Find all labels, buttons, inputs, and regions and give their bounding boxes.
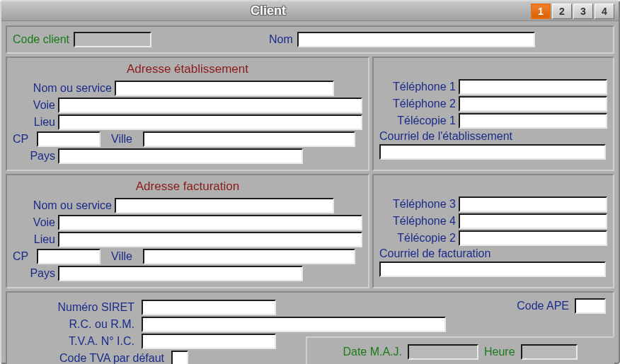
pays-etab-label: Pays (13, 150, 55, 163)
cp-etab-input[interactable] (37, 131, 101, 147)
fax1-input[interactable] (459, 113, 607, 129)
date-maj-box: Date M.A.J. Heure (306, 336, 614, 364)
tab-2[interactable]: 2 (552, 4, 572, 19)
tva-ic-label: T.V.A. N° I.C. (14, 335, 134, 348)
code-tva-input[interactable] (171, 351, 188, 364)
siret-input[interactable] (142, 300, 276, 315)
tel4-label: Téléphone 4 (379, 215, 456, 228)
panel-row-2: Adresse facturation Nom ou service Voie … (6, 174, 614, 288)
siret-label: Numéro SIRET (14, 301, 134, 314)
code-ape-group: Code APE (517, 298, 606, 314)
email-fact-input[interactable] (379, 262, 606, 277)
heure-label: Heure (484, 346, 515, 358)
code-ape-label: Code APE (517, 300, 569, 312)
email-etab-input[interactable] (379, 144, 606, 160)
ville-fact-label: Ville (103, 250, 140, 263)
nom-service-etab-label: Nom ou service (13, 82, 112, 95)
cp-fact-label: CP (13, 250, 34, 263)
nom-input[interactable] (297, 32, 535, 47)
tva-ic-input[interactable] (142, 334, 276, 349)
heure-input[interactable] (521, 344, 578, 360)
tel1-label: Téléphone 1 (379, 81, 456, 93)
lieu-etab-input[interactable] (58, 115, 362, 130)
pays-fact-label: Pays (13, 267, 55, 280)
code-client-input[interactable] (74, 32, 151, 47)
tab-buttons: 1 2 3 4 (531, 4, 614, 19)
voie-etab-label: Voie (13, 99, 55, 112)
fax1-label: Télécopie 1 (379, 115, 456, 127)
panel-contact-etablissement: Téléphone 1 Téléphone 2 Télécopie 1 Cour… (372, 57, 614, 171)
window-title: Client (6, 4, 531, 18)
ville-fact-input[interactable] (143, 249, 355, 264)
panel-contact-facturation: Téléphone 3 Téléphone 4 Télécopie 2 Cour… (372, 174, 614, 288)
fax2-label: Télécopie 2 (379, 232, 456, 245)
client-window: Client 1 2 3 4 Code client Nom Adresse é… (0, 0, 620, 364)
cp-fact-input[interactable] (37, 249, 101, 264)
tel2-label: Téléphone 2 (379, 98, 456, 110)
tel4-input[interactable] (459, 213, 607, 229)
top-row: Code client Nom (6, 25, 614, 54)
rc-label: R.C. ou R.M. (14, 318, 134, 331)
cp-etab-label: CP (13, 133, 34, 146)
rc-input[interactable] (142, 317, 446, 332)
pays-fact-input[interactable] (58, 266, 303, 281)
lieu-fact-input[interactable] (58, 232, 362, 247)
tab-4[interactable]: 4 (595, 4, 614, 19)
content-area: Code client Nom Adresse établissement No… (1, 21, 619, 363)
fax2-input[interactable] (459, 230, 607, 246)
lieu-fact-label: Lieu (13, 233, 55, 246)
bottom-panel: Numéro SIRET R.C. ou R.M. T.V.A. N° I.C.… (6, 291, 614, 364)
tel1-input[interactable] (459, 79, 607, 95)
section-title-addr-fact: Adresse facturation (13, 180, 362, 194)
email-fact-label: Courriel de facturation (379, 247, 490, 260)
nom-service-etab-input[interactable] (115, 81, 334, 96)
date-maj-label: Date M.A.J. (343, 346, 402, 358)
lieu-etab-label: Lieu (13, 116, 55, 129)
nom-label: Nom (269, 33, 293, 46)
tel3-label: Téléphone 3 (379, 198, 456, 211)
nom-service-fact-input[interactable] (115, 198, 334, 213)
email-etab-label: Courriel de l'établissement (379, 130, 512, 143)
tab-3[interactable]: 3 (573, 4, 593, 19)
panel-adresse-etablissement: Adresse établissement Nom ou service Voi… (6, 57, 369, 171)
code-ape-input[interactable] (575, 298, 606, 314)
code-client-label: Code client (13, 33, 69, 46)
section-title-addr-etab: Adresse établissement (13, 62, 362, 76)
nom-service-fact-label: Nom ou service (13, 199, 112, 212)
panel-row-1: Adresse établissement Nom ou service Voi… (6, 57, 614, 171)
voie-fact-input[interactable] (58, 215, 362, 230)
pays-etab-input[interactable] (58, 148, 303, 164)
ville-etab-label: Ville (103, 133, 140, 146)
ville-etab-input[interactable] (143, 131, 355, 147)
date-maj-input[interactable] (408, 344, 478, 360)
tel2-input[interactable] (459, 96, 607, 112)
voie-fact-label: Voie (13, 216, 55, 229)
titlebar: Client 1 2 3 4 (1, 1, 619, 21)
tab-1[interactable]: 1 (531, 4, 551, 19)
voie-etab-input[interactable] (58, 98, 362, 113)
panel-adresse-facturation: Adresse facturation Nom ou service Voie … (6, 174, 369, 288)
code-tva-label: Code TVA par défaut (14, 352, 164, 364)
tel3-input[interactable] (459, 196, 607, 212)
